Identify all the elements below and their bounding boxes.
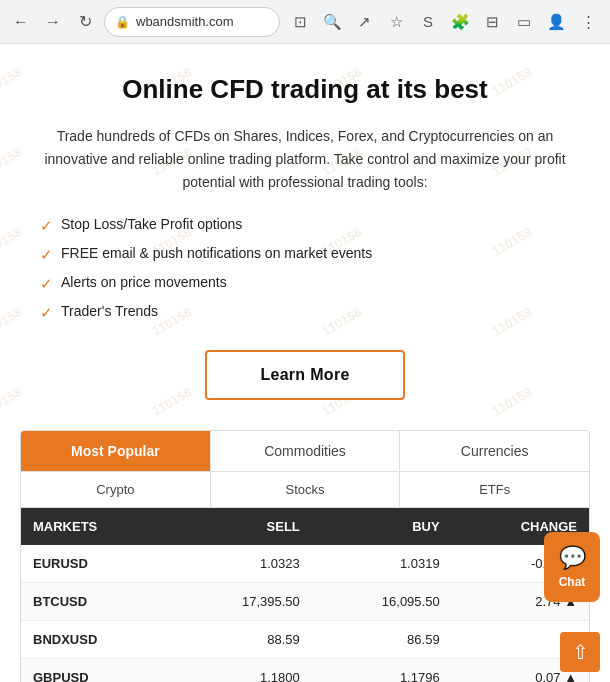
buy-value: 1.0319 bbox=[312, 545, 452, 583]
table-row: GBPUSD1.18001.17960.07 ▲ bbox=[21, 659, 589, 682]
table-row: BNDXUSD88.5986.590 bbox=[21, 621, 589, 659]
more-menu-icon[interactable]: ⋮ bbox=[574, 8, 602, 36]
checkmark-icon: ✓ bbox=[40, 304, 53, 322]
table-row: EURUSD1.03231.0319-0.05 ▼ bbox=[21, 545, 589, 583]
chat-button[interactable]: 💬 Chat bbox=[544, 532, 600, 602]
market-tabs: Most Popular Commodities Currencies Cryp… bbox=[20, 430, 590, 682]
refresh-button[interactable]: ↻ bbox=[72, 9, 98, 35]
browser-toolbar: ← → ↻ 🔒 wbandsmith.com ⊡ 🔍 ↗ ☆ S 🧩 ⊟ ▭ 👤… bbox=[0, 0, 610, 44]
puzzle-icon[interactable]: 🧩 bbox=[446, 8, 474, 36]
hero-description: Trade hundreds of CFDs on Shares, Indice… bbox=[20, 125, 590, 194]
feature-text: Trader's Trends bbox=[61, 303, 158, 319]
browser-action-icons: ⊡ 🔍 ↗ ☆ S 🧩 ⊟ ▭ 👤 ⋮ bbox=[286, 8, 602, 36]
list-item: ✓ Alerts on price movements bbox=[40, 274, 570, 293]
col-buy: BUY bbox=[312, 508, 452, 545]
search-icon[interactable]: 🔍 bbox=[318, 8, 346, 36]
profile-icon[interactable]: 👤 bbox=[542, 8, 570, 36]
tab-crypto[interactable]: Crypto bbox=[21, 472, 211, 507]
learn-more-button[interactable]: Learn More bbox=[205, 350, 405, 400]
tab-groups-icon[interactable]: ⊟ bbox=[478, 8, 506, 36]
share-icon[interactable]: ↗ bbox=[350, 8, 378, 36]
market-name: BNDXUSD bbox=[21, 621, 172, 659]
back-button[interactable]: ← bbox=[8, 9, 34, 35]
checkmark-icon: ✓ bbox=[40, 217, 53, 235]
sell-value: 17,395.50 bbox=[172, 583, 312, 621]
feature-text: FREE email & push notifications on marke… bbox=[61, 245, 372, 261]
chat-label: Chat bbox=[559, 575, 586, 589]
page-title: Online CFD trading at its best bbox=[20, 74, 590, 105]
tab-commodities[interactable]: Commodities bbox=[211, 431, 401, 471]
table-row: BTCUSD17,395.5016,095.502.74 ▲ bbox=[21, 583, 589, 621]
checkmark-icon: ✓ bbox=[40, 246, 53, 264]
buy-value: 1.1796 bbox=[312, 659, 452, 682]
forward-button[interactable]: → bbox=[40, 9, 66, 35]
buy-value: 16,095.50 bbox=[312, 583, 452, 621]
checkmark-icon: ✓ bbox=[40, 275, 53, 293]
tab-etfs[interactable]: ETFs bbox=[400, 472, 589, 507]
col-markets: MARKETS bbox=[21, 508, 172, 545]
reader-mode-icon[interactable]: ▭ bbox=[510, 8, 538, 36]
chat-icon: 💬 bbox=[559, 545, 586, 571]
list-item: ✓ Trader's Trends bbox=[40, 303, 570, 322]
feature-text: Alerts on price movements bbox=[61, 274, 227, 290]
sell-value: 1.1800 bbox=[172, 659, 312, 682]
bookmark-icon[interactable]: ☆ bbox=[382, 8, 410, 36]
market-table: MARKETS SELL BUY CHANGE EURUSD1.03231.03… bbox=[21, 508, 589, 682]
lock-icon: 🔒 bbox=[115, 15, 130, 29]
tab-most-popular[interactable]: Most Popular bbox=[21, 431, 211, 471]
features-list: ✓ Stop Loss/Take Profit options ✓ FREE e… bbox=[20, 216, 590, 322]
tab-currencies[interactable]: Currencies bbox=[400, 431, 589, 471]
scroll-top-icon: ⇧ bbox=[572, 640, 589, 664]
list-item: ✓ Stop Loss/Take Profit options bbox=[40, 216, 570, 235]
buy-value: 86.59 bbox=[312, 621, 452, 659]
sell-value: 1.0323 bbox=[172, 545, 312, 583]
feature-text: Stop Loss/Take Profit options bbox=[61, 216, 242, 232]
tabs-row-2: Crypto Stocks ETFs bbox=[21, 472, 589, 508]
market-name: GBPUSD bbox=[21, 659, 172, 682]
tab-stocks[interactable]: Stocks bbox=[211, 472, 401, 507]
url-text: wbandsmith.com bbox=[136, 14, 234, 29]
market-name: EURUSD bbox=[21, 545, 172, 583]
market-name: BTCUSD bbox=[21, 583, 172, 621]
translate-icon[interactable]: ⊡ bbox=[286, 8, 314, 36]
tabs-row-1: Most Popular Commodities Currencies bbox=[21, 431, 589, 472]
list-item: ✓ FREE email & push notifications on mar… bbox=[40, 245, 570, 264]
table-header-row: MARKETS SELL BUY CHANGE bbox=[21, 508, 589, 545]
sell-value: 88.59 bbox=[172, 621, 312, 659]
scroll-top-button[interactable]: ⇧ bbox=[560, 632, 600, 672]
address-bar[interactable]: 🔒 wbandsmith.com bbox=[104, 7, 280, 37]
page-content: Online CFD trading at its best Trade hun… bbox=[0, 44, 610, 682]
extension-s-icon[interactable]: S bbox=[414, 8, 442, 36]
col-sell: SELL bbox=[172, 508, 312, 545]
